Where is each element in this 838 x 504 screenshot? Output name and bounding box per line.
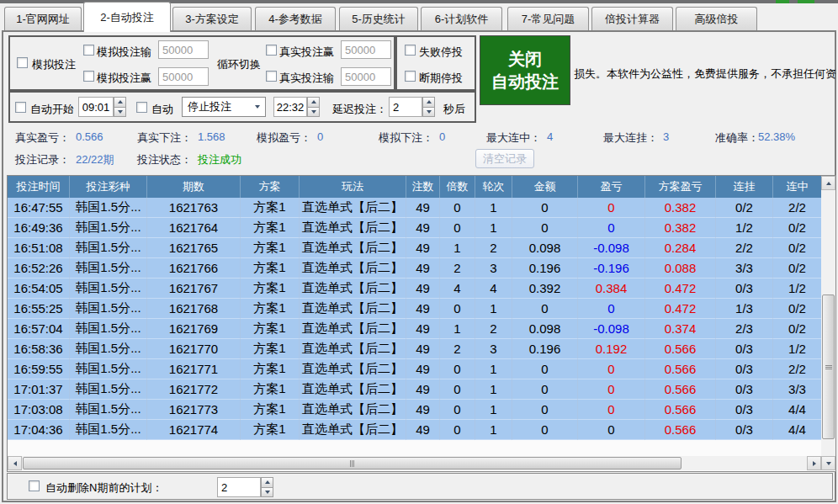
column-header[interactable]: 连挂 bbox=[716, 176, 773, 198]
cell-streak_lose: 0/3 bbox=[716, 379, 773, 400]
cell-round: 2 bbox=[475, 319, 512, 339]
table-row[interactable]: 17:01:37韩国1.5分...1621772方案1直选单式【后二】49010… bbox=[8, 379, 821, 400]
table-row[interactable]: 16:59:55韩国1.5分...1621771方案1直选单式【后二】49010… bbox=[8, 359, 821, 379]
table-row[interactable]: 16:47:55韩国1.5分...1621763方案1直选单式【后二】49010… bbox=[8, 198, 821, 218]
cell-period: 1621769 bbox=[147, 319, 241, 339]
table-row[interactable]: 16:52:26韩国1.5分...1621766方案1直选单式【后二】49230… bbox=[8, 258, 821, 279]
column-header[interactable]: 投注彩种 bbox=[70, 176, 147, 198]
spinner-down-icon[interactable] bbox=[307, 108, 320, 118]
table-row[interactable]: 16:49:36韩国1.5分...1621764方案1直选单式【后二】49010… bbox=[8, 218, 821, 238]
column-header[interactable]: 投注时间 bbox=[8, 176, 70, 198]
clear-records-button[interactable]: 清空记录 bbox=[475, 149, 534, 168]
stop-time-input[interactable]: 22:32 bbox=[273, 97, 307, 117]
column-header[interactable]: 倍数 bbox=[440, 176, 475, 198]
table-row[interactable]: 17:03:08韩国1.5分...1621773方案1直选单式【后二】49010… bbox=[8, 400, 821, 420]
cell-period: 1621763 bbox=[147, 198, 241, 218]
cell-round: 3 bbox=[475, 258, 512, 279]
table-row[interactable]: 16:55:25韩国1.5分...1621768方案1直选单式【后二】49010… bbox=[8, 299, 821, 319]
cell-streak_lose: 0/3 bbox=[716, 400, 773, 420]
sim-bet-label: 模拟投注 bbox=[32, 57, 76, 72]
cell-multiple: 2 bbox=[440, 339, 475, 359]
vertical-scrollbar[interactable] bbox=[821, 176, 835, 470]
table-row[interactable]: 16:57:04韩国1.5分...1621769方案1直选单式【后二】49120… bbox=[8, 319, 821, 339]
auto-delete-spinner[interactable] bbox=[261, 477, 273, 497]
tab-3[interactable]: 3-方案设定 bbox=[172, 7, 252, 31]
spinner-down-icon[interactable] bbox=[261, 488, 273, 498]
column-header[interactable]: 注数 bbox=[406, 176, 440, 198]
close-auto-bet-button[interactable]: 关闭 自动投注 bbox=[480, 35, 570, 105]
sim-win-checkbox[interactable] bbox=[83, 71, 94, 82]
tab-7[interactable]: 7-常见问题 bbox=[507, 7, 589, 31]
table-row[interactable]: 16:51:08韩国1.5分...1621765方案1直选单式【后二】49120… bbox=[8, 238, 821, 258]
start-time-spinner[interactable] bbox=[114, 97, 126, 117]
real-win-input[interactable]: 50000 bbox=[341, 40, 391, 59]
tab-6[interactable]: 6-计划软件 bbox=[421, 7, 502, 31]
scroll-down-icon[interactable] bbox=[821, 456, 835, 470]
real-lose-checkbox[interactable] bbox=[266, 71, 277, 82]
real-win-checkbox[interactable] bbox=[266, 45, 277, 56]
stop-time-spinner[interactable] bbox=[307, 97, 320, 117]
sim-lose-input[interactable]: 50000 bbox=[158, 40, 209, 59]
auto-delete-checkbox[interactable] bbox=[29, 480, 40, 491]
spinner-up-icon[interactable] bbox=[114, 97, 126, 108]
start-time-input[interactable]: 09:01 bbox=[78, 97, 114, 117]
tab-8[interactable]: 倍投计算器 bbox=[591, 7, 673, 31]
spinner-down-icon[interactable] bbox=[114, 108, 126, 118]
table-row[interactable]: 16:54:05韩国1.5分...1621767方案1直选单式【后二】49440… bbox=[8, 279, 821, 299]
sim-bet-checkbox[interactable] bbox=[17, 57, 28, 68]
cell-streak_win: 0/2 bbox=[773, 238, 821, 258]
scroll-up-icon[interactable] bbox=[821, 176, 835, 190]
cell-time: 17:03:08 bbox=[8, 400, 70, 420]
fail-stop-checkbox[interactable] bbox=[405, 45, 416, 56]
auto-delete-input[interactable]: 2 bbox=[217, 477, 261, 497]
cell-time: 16:59:55 bbox=[8, 359, 70, 379]
cell-amount: 0 bbox=[512, 299, 578, 319]
sim-lose-checkbox[interactable] bbox=[83, 45, 94, 56]
tab-4[interactable]: 4-参考数据 bbox=[255, 7, 336, 31]
delay-input[interactable]: 2 bbox=[389, 97, 422, 117]
column-header[interactable]: 期数 bbox=[147, 176, 241, 198]
tab-2[interactable]: 2-自动投注 bbox=[83, 2, 171, 32]
cell-time: 16:52:26 bbox=[8, 258, 70, 279]
column-header[interactable]: 连中 bbox=[773, 176, 821, 198]
cell-pnl: 0 bbox=[578, 198, 645, 218]
cell-period: 1621770 bbox=[147, 339, 241, 359]
sim-win-input[interactable]: 50000 bbox=[158, 67, 209, 86]
column-header[interactable]: 盈亏 bbox=[578, 176, 645, 198]
cell-streak_win: 2/2 bbox=[773, 198, 821, 218]
stop-action-dropdown[interactable]: 停止投注 bbox=[182, 97, 266, 117]
tab-5[interactable]: 5-历史统计 bbox=[339, 7, 418, 31]
auto-checkbox[interactable] bbox=[136, 102, 147, 113]
spinner-up-icon[interactable] bbox=[261, 477, 273, 488]
table-row[interactable]: 17:04:36韩国1.5分...1621774方案1直选单式【后二】49010… bbox=[8, 420, 821, 440]
scroll-right-icon[interactable] bbox=[807, 456, 821, 470]
column-header[interactable]: 方案盈亏 bbox=[645, 176, 716, 198]
tab-1[interactable]: 1-官网网址 bbox=[4, 7, 82, 31]
horizontal-scrollbar[interactable] bbox=[8, 456, 821, 470]
cell-pnl: -0.196 bbox=[578, 258, 645, 279]
vertical-scrollbar-thumb[interactable] bbox=[822, 294, 835, 439]
spinner-up-icon[interactable] bbox=[422, 97, 435, 108]
cell-pnl: 0 bbox=[578, 400, 645, 420]
cell-multiple: 0 bbox=[440, 359, 475, 379]
tab-9[interactable]: 高级倍投 bbox=[676, 7, 757, 31]
cell-bets: 49 bbox=[406, 400, 440, 420]
real-lose-input[interactable]: 50000 bbox=[341, 67, 391, 86]
cell-time: 16:54:05 bbox=[8, 279, 70, 299]
spinner-down-icon[interactable] bbox=[422, 108, 435, 118]
column-header[interactable]: 方案 bbox=[241, 176, 300, 198]
fail-stop-label: 失败停投 bbox=[419, 45, 463, 60]
cell-lottery: 韩国1.5分... bbox=[70, 420, 147, 440]
table-row[interactable]: 16:58:36韩国1.5分...1621770方案1直选单式【后二】49230… bbox=[8, 339, 821, 359]
horizontal-scrollbar-thumb[interactable] bbox=[23, 457, 682, 470]
cell-lottery: 韩国1.5分... bbox=[70, 339, 147, 359]
scroll-left-icon[interactable] bbox=[8, 456, 22, 470]
column-header[interactable]: 玩法 bbox=[300, 176, 406, 198]
auto-start-checkbox[interactable] bbox=[15, 102, 26, 113]
cell-round: 1 bbox=[475, 420, 512, 440]
column-header[interactable]: 金额 bbox=[512, 176, 578, 198]
spinner-up-icon[interactable] bbox=[307, 97, 320, 108]
column-header[interactable]: 轮次 bbox=[475, 176, 512, 198]
delay-spinner[interactable] bbox=[422, 97, 435, 117]
break-stop-checkbox[interactable] bbox=[405, 71, 416, 82]
